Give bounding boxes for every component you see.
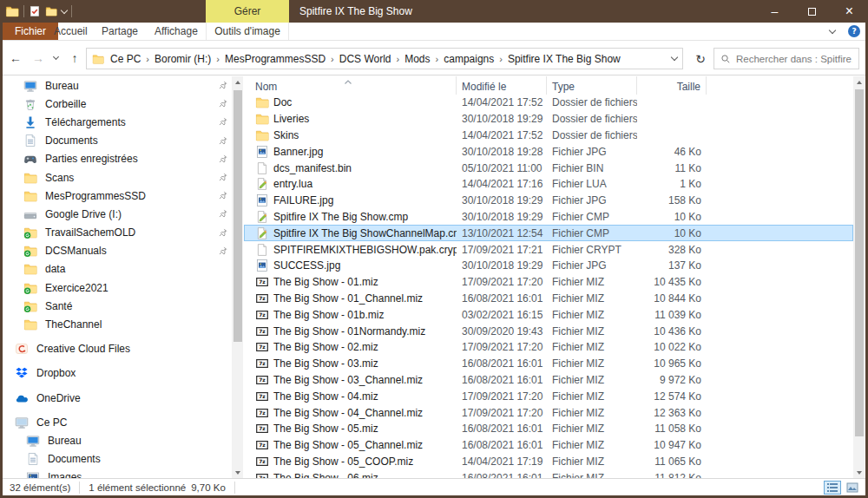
explorer-app-icon[interactable]	[5, 4, 19, 18]
tab-fichier[interactable]: Fichier	[3, 23, 58, 40]
sidebar-item-exercice2021[interactable]: Exercice2021	[3, 278, 232, 297]
sidebar-item-bureau[interactable]: Bureau	[3, 431, 232, 449]
help-icon[interactable]: ?	[847, 24, 861, 38]
file-row[interactable]: 7zThe Big Show - 04_Channel.miz17/09/202…	[244, 404, 853, 421]
pin-icon[interactable]	[218, 80, 228, 90]
file-row[interactable]: Spitfire IX The Big Show.cmp30/10/2018 1…	[244, 209, 853, 226]
tab-partage[interactable]: Partage	[102, 23, 138, 40]
breadcrumb-separator-icon[interactable]: ›	[329, 54, 336, 64]
sidebar-item-creative-cloud-files[interactable]: Creative Cloud Files	[3, 340, 232, 358]
up-button[interactable]: ↑	[64, 48, 85, 69]
pin-icon[interactable]	[218, 190, 228, 200]
sidebar-item-documents[interactable]: Documents	[3, 450, 232, 469]
breadcrumb-separator-icon[interactable]: ›	[144, 54, 151, 64]
file-row[interactable]: 7zThe Big Show - 02.miz17/09/2021 17:20F…	[244, 339, 853, 356]
file-row[interactable]: dcs_manifest.bin05/10/2021 11:00Fichier …	[244, 160, 853, 176]
scroll-down-icon[interactable]	[232, 467, 243, 478]
sidebar-item-scans[interactable]: Scans	[3, 168, 232, 187]
expand-ribbon-icon[interactable]	[829, 26, 836, 33]
minimize-button[interactable]: –	[756, 0, 793, 23]
file-scrollbar-thumb[interactable]	[855, 89, 864, 436]
column-header-type[interactable]: Type	[547, 76, 637, 95]
file-row[interactable]: entry.lua14/04/2021 17:16Fichier LUA1 Ko	[244, 176, 853, 193]
tab-affichage[interactable]: Affichage	[155, 23, 198, 40]
ribbon-contextual-tab-manage[interactable]: Gérer	[206, 0, 289, 23]
pin-icon[interactable]	[218, 172, 228, 182]
pin-icon[interactable]	[218, 227, 228, 238]
breadcrumb-separator-icon[interactable]: ›	[497, 54, 504, 64]
breadcrumb-separator-icon[interactable]: ›	[434, 54, 441, 64]
close-button[interactable]: ×	[831, 0, 868, 23]
file-row[interactable]: 7zThe Big Show - 06.miz16/08/2021 16:01F…	[244, 469, 853, 478]
breadcrumb-item[interactable]: Boromir (H:)	[151, 53, 214, 65]
pin-icon[interactable]	[218, 246, 228, 256]
pin-icon[interactable]	[218, 98, 228, 108]
file-row[interactable]: 7zThe Big Show - 01b.miz03/02/2021 16:15…	[244, 306, 853, 323]
breadcrumb-item[interactable]: Mods	[401, 53, 433, 65]
breadcrumb-item[interactable]: campaigns	[440, 53, 497, 65]
sidebar-item-dcsmanuals[interactable]: DCSManuals	[3, 242, 232, 260]
breadcrumb-item[interactable]: MesProgrammesSSD	[221, 53, 329, 65]
column-header-taille[interactable]: Taille	[637, 76, 707, 95]
sidebar-item-onedrive[interactable]: OneDrive	[3, 389, 232, 407]
breadcrumb-separator-icon[interactable]: ›	[214, 54, 221, 64]
breadcrumb-item[interactable]: Spitfire IX The Big Show	[504, 53, 624, 65]
maximize-button[interactable]	[793, 0, 831, 23]
scroll-up-icon[interactable]	[853, 76, 865, 88]
file-row[interactable]: Skins14/04/2021 17:52Dossier de fichiers	[244, 128, 853, 144]
pin-icon[interactable]	[218, 154, 228, 164]
scroll-down-icon[interactable]	[853, 467, 865, 478]
sidebar-item-data[interactable]: data	[3, 260, 232, 278]
file-row[interactable]: Banner.jpg30/10/2018 19:28Fichier JPG46 …	[244, 143, 853, 160]
column-header-modifie[interactable]: Modifié le	[457, 76, 547, 95]
sidebar-item-mesprogrammesssd[interactable]: MesProgrammesSSD	[3, 187, 232, 205]
file-row[interactable]: FAILURE.jpg30/10/2018 19:29Fichier JPG15…	[244, 193, 853, 209]
breadcrumb-separator-icon[interactable]: ›	[395, 54, 402, 64]
sidebar-item-parties-enregistr-es[interactable]: Parties enregistrées	[3, 150, 232, 168]
new-folder-icon[interactable]	[45, 5, 57, 17]
sidebar-item-ce-pc[interactable]: Ce PC	[3, 413, 232, 431]
sidebar-item-dropbox[interactable]: Dropbox	[3, 364, 232, 383]
file-row[interactable]: 7zThe Big Show - 05_COOP.miz14/04/2021 1…	[244, 454, 853, 470]
thumbnails-view-button[interactable]	[844, 481, 861, 495]
back-button[interactable]: ←	[5, 48, 26, 69]
file-list-scrollbar[interactable]	[853, 76, 865, 478]
sidebar-scrollbar-thumb[interactable]	[233, 90, 242, 342]
tab-accueil[interactable]: Accueil	[54, 23, 88, 40]
address-bar[interactable]: Ce PC›Boromir (H:)›MesProgrammesSSD›DCS …	[86, 48, 683, 69]
file-row[interactable]: 7zThe Big Show - 01_Channel.miz16/08/202…	[244, 291, 853, 307]
refresh-button[interactable]: ↻	[690, 48, 711, 69]
sidebar-item-corbeille[interactable]: Corbeille	[3, 95, 232, 113]
file-row[interactable]: 7zThe Big Show - 05_Channel.miz16/08/202…	[244, 437, 853, 454]
file-row[interactable]: 7zThe Big Show - 05.miz16/08/2021 16:01F…	[244, 421, 853, 437]
file-row[interactable]: 7zThe Big Show - 03_Channel.miz16/08/202…	[244, 372, 853, 389]
sidebar-item-documents[interactable]: Documents	[3, 132, 232, 150]
file-row[interactable]: 7zThe Big Show - 03.miz16/08/2021 16:01F…	[244, 356, 853, 372]
sidebar-item-google-drive-i-[interactable]: Google Drive (I:)	[3, 205, 232, 223]
file-row[interactable]: Liveries30/10/2018 19:29Dossier de fichi…	[244, 111, 853, 128]
tab-outils-image[interactable]: Outils d'image	[206, 23, 289, 40]
details-view-button[interactable]	[824, 481, 841, 495]
search-input[interactable]	[736, 54, 852, 64]
qat-customize-icon[interactable]	[61, 6, 68, 13]
sidebar-scrollbar[interactable]	[232, 76, 243, 478]
pin-icon[interactable]	[218, 208, 228, 219]
sidebar-item-sant-[interactable]: Santé	[3, 297, 232, 315]
file-row[interactable]: Doc14/04/2021 17:52Dossier de fichiers	[244, 95, 853, 111]
file-row[interactable]: SPITFIREMKIXTHEBIGSHOW.pak.crypt17/09/20…	[244, 241, 853, 258]
file-row[interactable]: 7zThe Big Show - 01.miz17/09/2021 17:20F…	[244, 274, 853, 291]
file-row[interactable]: Spitfire IX The Big ShowChannelMap.cmp13…	[244, 225, 853, 241]
breadcrumb-item[interactable]: Ce PC	[107, 53, 144, 65]
pin-icon[interactable]	[218, 116, 228, 127]
properties-icon[interactable]	[29, 5, 41, 17]
sidebar-item-t-l-chargements[interactable]: Téléchargements	[3, 113, 232, 131]
breadcrumb-item[interactable]: DCS World	[336, 53, 395, 65]
sidebar-item-bureau[interactable]: Bureau	[3, 76, 232, 95]
file-row[interactable]: 7zThe Big Show - 04.miz17/09/2021 17:20F…	[244, 388, 853, 404]
address-dropdown-icon[interactable]	[671, 54, 678, 61]
sidebar-item-images[interactable]: Images	[3, 469, 232, 478]
recent-locations-icon[interactable]	[49, 48, 62, 69]
scroll-up-icon[interactable]	[232, 76, 243, 88]
forward-button[interactable]: →	[28, 48, 49, 69]
sidebar-item-thechannel[interactable]: TheChannel	[3, 315, 232, 333]
